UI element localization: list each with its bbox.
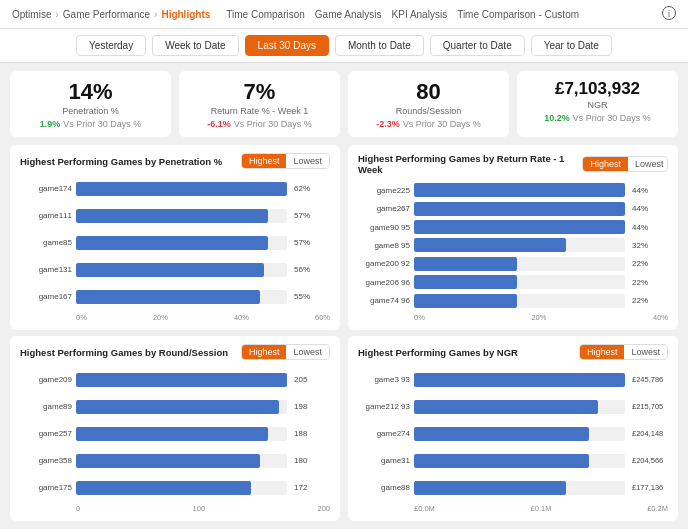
- chart-axis: 0%20%40%60%: [20, 313, 330, 322]
- bar-value: 44%: [632, 204, 668, 213]
- ngr-toggle-lowest[interactable]: Lowest: [624, 345, 667, 359]
- chart-penetration-title: Highest Performing Games by Penetration …: [20, 156, 222, 167]
- bar-track: [414, 202, 625, 216]
- bar-track: [414, 454, 625, 468]
- chart-rounds-session: Highest Performing Games by Round/Sessio…: [10, 336, 340, 521]
- date-btn-year-to-date[interactable]: Year to Date: [531, 35, 612, 56]
- bar-value: 22%: [632, 296, 668, 305]
- bar-value: 205: [294, 375, 330, 384]
- bar-fill: [414, 454, 589, 468]
- bar-track: [414, 220, 625, 234]
- chart-return-rate: Highest Performing Games by Return Rate …: [348, 145, 678, 330]
- bar-row: game175 172: [20, 481, 330, 495]
- bar-track: [414, 373, 625, 387]
- breadcrumb-highlights[interactable]: Highlights: [161, 9, 210, 20]
- nav-tabs: Time Comparison Game Analysis KPI Analys…: [226, 7, 579, 22]
- bar-track: [414, 183, 625, 197]
- date-btn-last-30-days[interactable]: Last 30 Days: [245, 35, 329, 56]
- top-nav: Optimise › Game Performance › Highlights…: [0, 0, 688, 29]
- bar-fill: [414, 294, 517, 308]
- rounds-toggle: Highest Lowest: [241, 344, 330, 360]
- chart-return-rate-header: Highest Performing Games by Return Rate …: [358, 153, 668, 175]
- bar-row: game3 93 £245,786: [358, 373, 668, 387]
- bar-label: game3 93: [358, 375, 410, 384]
- ngr-toggle-highest[interactable]: Highest: [580, 345, 625, 359]
- kpi-ngr-label: NGR: [529, 100, 666, 110]
- bar-track: [414, 275, 625, 289]
- ngr-bar-chart: game3 93 £245,786 game212 93 £215,705 ga…: [358, 366, 668, 501]
- bar-fill: [414, 400, 598, 414]
- breadcrumb: Optimise › Game Performance › Highlights: [12, 9, 210, 20]
- bar-track: [76, 290, 287, 304]
- info-icon[interactable]: i: [662, 6, 676, 22]
- breadcrumb-optimise[interactable]: Optimise: [12, 9, 51, 20]
- kpi-return-rate-value: 7%: [191, 79, 328, 105]
- kpi-return-rate: 7% Return Rate % - Week 1 -6.1% Vs Prior…: [179, 71, 340, 137]
- nav-tab-game-analysis[interactable]: Game Analysis: [315, 7, 382, 22]
- bar-fill: [76, 454, 260, 468]
- bar-value: 22%: [632, 278, 668, 287]
- bar-label: game200 92: [358, 259, 410, 268]
- bar-track: [414, 238, 625, 252]
- kpi-return-rate-change: -6.1% Vs Prior 30 Days %: [191, 119, 328, 129]
- bar-value: £245,786: [632, 375, 668, 384]
- bar-fill: [76, 373, 287, 387]
- bar-track: [76, 182, 287, 196]
- bar-track: [76, 454, 287, 468]
- bar-fill: [414, 238, 566, 252]
- bar-value: £177,136: [632, 483, 668, 492]
- bar-fill: [414, 183, 625, 197]
- bar-row: game111 57%: [20, 209, 330, 223]
- ngr-toggle: Highest Lowest: [579, 344, 668, 360]
- return-rate-toggle-highest[interactable]: Highest: [583, 157, 628, 171]
- bar-label: game89: [20, 402, 72, 411]
- nav-tab-time-comparison-custom[interactable]: Time Comparison - Custom: [457, 7, 579, 22]
- penetration-toggle-highest[interactable]: Highest: [242, 154, 287, 168]
- bar-label: game74 96: [358, 296, 410, 305]
- kpi-penetration-change: 1.9% Vs Prior 30 Days %: [22, 119, 159, 129]
- bar-fill: [414, 481, 566, 495]
- kpi-rounds-session-change-desc: Vs Prior 30 Days %: [403, 119, 481, 129]
- bar-track: [76, 400, 287, 414]
- return-rate-toggle: Highest Lowest: [582, 156, 668, 172]
- bar-row: game74 96 22%: [358, 294, 668, 308]
- bar-track: [76, 236, 287, 250]
- breadcrumb-game-performance[interactable]: Game Performance: [63, 9, 150, 20]
- bar-value: 188: [294, 429, 330, 438]
- kpi-penetration-change-val: 1.9%: [40, 119, 61, 129]
- nav-tab-time-comparison[interactable]: Time Comparison: [226, 7, 305, 22]
- chart-return-rate-title: Highest Performing Games by Return Rate …: [358, 153, 582, 175]
- bar-label: game88: [358, 483, 410, 492]
- bar-track: [76, 263, 287, 277]
- bar-row: game167 55%: [20, 290, 330, 304]
- nav-tab-kpi-analysis[interactable]: KPI Analysis: [392, 7, 448, 22]
- kpi-ngr-value: £7,103,932: [529, 79, 666, 99]
- bar-fill: [414, 427, 589, 441]
- return-rate-bar-chart: game225 44% game267 44% game90 95 44% ga…: [358, 181, 668, 310]
- bar-fill: [76, 400, 279, 414]
- bar-label: game212 93: [358, 402, 410, 411]
- bar-row: game85 57%: [20, 236, 330, 250]
- date-btn-week-to-date[interactable]: Week to Date: [152, 35, 238, 56]
- rounds-toggle-lowest[interactable]: Lowest: [286, 345, 329, 359]
- return-rate-toggle-lowest[interactable]: Lowest: [628, 157, 668, 171]
- bar-value: £204,566: [632, 456, 668, 465]
- date-btn-month-to-date[interactable]: Month to Date: [335, 35, 424, 56]
- date-btn-quarter-to-date[interactable]: Quarter to Date: [430, 35, 525, 56]
- bar-value: 57%: [294, 211, 330, 220]
- bar-fill: [414, 202, 625, 216]
- bar-track: [76, 481, 287, 495]
- date-btn-yesterday[interactable]: Yesterday: [76, 35, 146, 56]
- kpi-return-rate-change-desc: Vs Prior 30 Days %: [234, 119, 312, 129]
- chart-axis: £0.0M£0.1M£0.2M: [358, 504, 668, 513]
- bar-value: 44%: [632, 223, 668, 232]
- bar-value: 180: [294, 456, 330, 465]
- bar-row: game8 95 32%: [358, 238, 668, 252]
- penetration-toggle-lowest[interactable]: Lowest: [286, 154, 329, 168]
- rounds-toggle-highest[interactable]: Highest: [242, 345, 287, 359]
- bar-value: 55%: [294, 292, 330, 301]
- bar-label: game8 95: [358, 241, 410, 250]
- bar-track: [76, 427, 287, 441]
- bar-row: game88 £177,136: [358, 481, 668, 495]
- bar-value: 172: [294, 483, 330, 492]
